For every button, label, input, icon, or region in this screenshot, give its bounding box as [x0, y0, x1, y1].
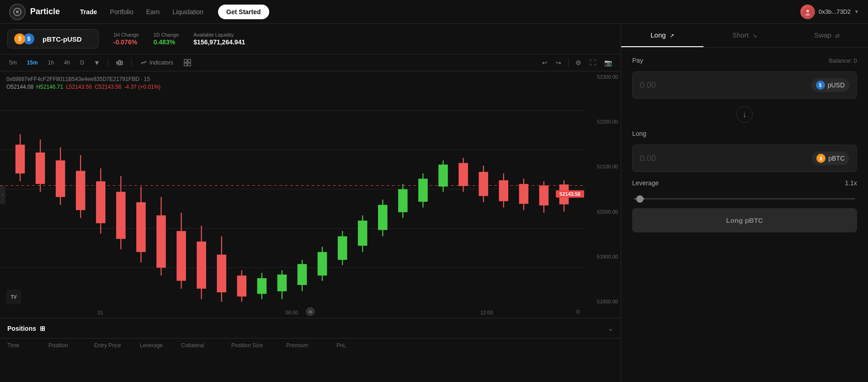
svg-rect-51 — [338, 237, 347, 260]
chart-area: 0x69887eFF4cF2FF8011B543e4ee835D7E21791F… — [0, 71, 621, 318]
col-pnl: PnL — [336, 342, 373, 349]
leverage-slider[interactable] — [634, 198, 855, 199]
long-token-badge[interactable]: ₿ pBTC — [812, 151, 849, 165]
col-position: Position — [48, 342, 85, 349]
svg-rect-63 — [458, 163, 468, 186]
tab-swap[interactable]: Swap ⇄ — [786, 24, 868, 47]
toolbar-right: ↩ ↪ ⚙ ⛶ 📷 — [539, 57, 615, 68]
svg-rect-39 — [217, 255, 226, 292]
chart-toolbar: 5m 15m 1h 4h D ▼ Indicators — [0, 54, 621, 71]
leverage-value: 1.1x — [845, 179, 857, 187]
pbtc-icon: ₿ — [816, 154, 825, 163]
time-btn-d[interactable]: D — [76, 58, 88, 68]
convert-button[interactable]: ↓ — [736, 106, 753, 123]
tab-short[interactable]: Short ↘ — [703, 24, 786, 47]
logo-area: Particle — [9, 4, 60, 20]
nav-item-liquidation[interactable]: Liquidation — [172, 6, 203, 17]
redo-button[interactable]: ↪ — [553, 57, 564, 68]
positions-layers-icon: ⊞ — [40, 325, 45, 332]
pay-input-value[interactable]: 0.00 — [640, 81, 656, 90]
svg-point-4 — [805, 13, 810, 16]
svg-rect-57 — [398, 189, 408, 212]
long-input-value[interactable]: 0.00 — [640, 154, 656, 163]
leverage-row: Leverage 1.1x — [632, 179, 857, 187]
time-axis: 21 06:00 12:00 — [6, 307, 584, 318]
time-label-1200: 12:00 — [480, 310, 493, 315]
user-area[interactable]: 0x3b...73D2 ▼ — [800, 5, 859, 19]
svg-rect-31 — [136, 202, 146, 252]
nav-item-trade[interactable]: Trade — [80, 6, 97, 17]
right-panel: Long ↗ Short ↘ Swap ⇄ Pay Balance: 0 0.0… — [621, 24, 868, 382]
camera-icon[interactable]: 📷 — [601, 57, 615, 68]
svg-rect-6 — [119, 60, 120, 65]
main-nav: Trade Portfolio Earn Liquidation — [80, 6, 203, 17]
svg-rect-27 — [96, 181, 106, 223]
svg-rect-25 — [76, 171, 85, 210]
svg-rect-65 — [479, 172, 488, 196]
svg-rect-69 — [519, 184, 529, 204]
current-price-label: 52143.56 — [556, 190, 584, 198]
svg-rect-45 — [277, 274, 287, 291]
fullscreen-icon[interactable]: ⛶ — [586, 57, 599, 68]
nav-item-earn[interactable]: Earn — [146, 6, 160, 17]
pay-row: Pay Balance: 0 — [632, 57, 857, 64]
ohlc-high: H52146.71 — [36, 84, 63, 90]
avatar — [800, 5, 815, 19]
pair-selector[interactable]: ₿ $ pBTC-pUSD — [7, 29, 99, 48]
leverage-label: Leverage — [632, 179, 659, 187]
svg-rect-29 — [116, 192, 126, 239]
toolbar-divider-1 — [108, 59, 108, 67]
positions-table-header: Time Position Entry Price Leverage Colla… — [0, 339, 621, 352]
long-pbtc-button[interactable]: Long pBTC — [632, 208, 857, 232]
long-label: Long — [632, 130, 646, 137]
pay-token-badge[interactable]: $ pUSD — [811, 78, 849, 92]
layout-icon[interactable] — [181, 57, 194, 68]
svg-rect-11 — [188, 63, 191, 66]
long-input-box[interactable]: 0.00 ₿ pBTC — [632, 145, 857, 172]
indicators-button[interactable]: Indicators — [136, 58, 178, 68]
stat-1h-label: 1H Change — [113, 32, 139, 38]
chart-ohlc: O52144.08 H52146.71 L52143.56 C52143.56 … — [6, 84, 160, 90]
nav-item-portfolio[interactable]: Portfolio — [110, 6, 133, 17]
time-btn-4h[interactable]: 4h — [60, 58, 74, 68]
pusd-icon: $ — [816, 81, 825, 90]
svg-rect-33 — [156, 215, 166, 268]
svg-rect-71 — [539, 185, 549, 205]
get-started-button[interactable]: Get Started — [218, 5, 269, 19]
positions-collapse-icon[interactable]: ⌄ — [607, 324, 613, 333]
svg-point-1 — [16, 11, 19, 13]
tab-long[interactable]: Long ↗ — [621, 24, 703, 47]
crosshair-button[interactable]: ⊕ — [306, 307, 315, 316]
stat-liq-label: Available Liquidity — [193, 32, 245, 38]
chevron-down-icon[interactable]: ▼ — [854, 9, 859, 14]
toolbar-divider-3 — [568, 59, 569, 67]
stat-1h-value: -0.076% — [113, 38, 139, 46]
settings-icon[interactable]: ⚙ — [572, 57, 585, 68]
svg-rect-10 — [184, 63, 187, 66]
svg-rect-55 — [378, 205, 388, 230]
undo-button[interactable]: ↩ — [539, 57, 551, 68]
chart-type-icon[interactable] — [113, 57, 127, 68]
svg-rect-19 — [16, 145, 25, 173]
header: Particle Trade Portfolio Earn Liquidatio… — [0, 0, 868, 24]
pay-input-box[interactable]: 0.00 $ pUSD — [632, 71, 857, 99]
chart-tx-hash: 0x69887eFF4cF2FF8011B543e4ee835D7E21791F… — [6, 76, 160, 82]
snapshot-button[interactable]: ⊙ — [573, 307, 582, 316]
ohlc-open: O52144.08 — [6, 84, 33, 90]
toolbar-divider-2 — [131, 59, 132, 67]
side-arrow[interactable]: ‹ — [0, 186, 5, 204]
trade-tabs: Long ↗ Short ↘ Swap ⇄ — [621, 24, 868, 48]
svg-rect-59 — [418, 179, 428, 202]
trade-form: Pay Balance: 0 0.00 $ pUSD ↓ Long — [621, 48, 868, 382]
stat-liquidity: Available Liquidity $156,971,264.941 — [193, 32, 245, 46]
svg-rect-9 — [188, 59, 191, 62]
positions-panel: Positions ⊞ ⌄ Time Position Entry Price … — [0, 318, 621, 382]
svg-rect-8 — [184, 59, 187, 62]
time-btn-5m[interactable]: 5m — [5, 58, 21, 68]
dropdown-icon[interactable]: ▼ — [91, 57, 103, 68]
col-leverage: Leverage — [140, 342, 172, 349]
time-btn-15m[interactable]: 15m — [23, 58, 42, 68]
time-btn-1h[interactable]: 1h — [44, 58, 58, 68]
app-logo — [9, 4, 26, 20]
stat-1d-value: 0.483% — [154, 38, 179, 46]
